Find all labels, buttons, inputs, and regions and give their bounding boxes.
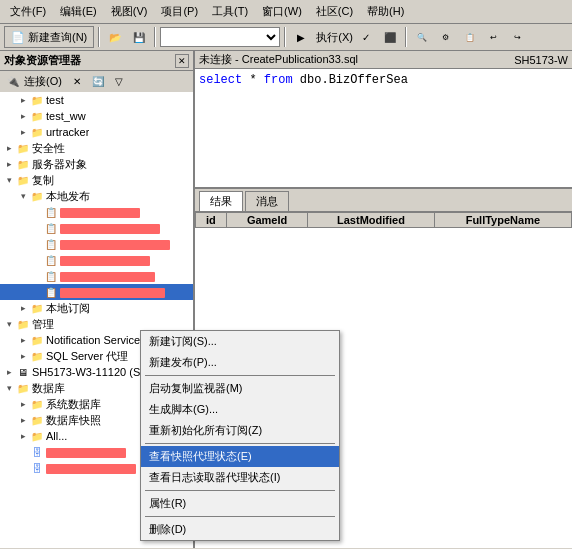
toolbar-btn-4[interactable]: ↩ — [483, 26, 505, 48]
tree-node-label — [60, 206, 140, 218]
tab-title-bar: 未连接 - CreatePublication33.sql SH5173-W — [195, 51, 572, 69]
menu-item[interactable]: 窗口(W) — [256, 2, 308, 21]
tree-expand-icon[interactable]: ▸ — [16, 301, 30, 315]
tree-item[interactable]: 📋 — [0, 284, 193, 300]
tree-item[interactable]: ▾📁本地发布 — [0, 188, 193, 204]
tree-item[interactable]: 📋 — [0, 252, 193, 268]
tree-item[interactable]: ▸📁安全性 — [0, 140, 193, 156]
context-menu-separator — [145, 490, 335, 491]
toolbar-separator-4 — [405, 27, 407, 47]
tree-expand-icon[interactable]: ▸ — [2, 141, 16, 155]
results-tab-results[interactable]: 结果 — [199, 191, 243, 211]
tree-expand-icon[interactable]: ▸ — [16, 429, 30, 443]
redacted-label — [60, 240, 170, 250]
tree-item[interactable]: 📋 — [0, 220, 193, 236]
refresh-button[interactable]: 🔄 — [88, 72, 108, 90]
execute-button[interactable]: ▶ — [290, 26, 312, 48]
tree-expand-icon[interactable]: ▸ — [2, 157, 16, 171]
tree-node-icon: 📁 — [30, 414, 44, 426]
tree-expand-icon[interactable]: ▾ — [2, 317, 16, 331]
menu-item[interactable]: 视图(V) — [105, 2, 154, 21]
tree-expand-icon[interactable]: ▸ — [16, 333, 30, 347]
context-menu-item-new_subscription[interactable]: 新建订阅(S)... — [141, 331, 339, 352]
tree-expand-icon[interactable]: ▸ — [16, 413, 30, 427]
sql-editor[interactable]: select * from dbo.BizOfferSea — [195, 69, 572, 189]
tree-node-label: 服务器对象 — [32, 157, 87, 172]
tree-indent — [2, 238, 30, 250]
tree-node-icon: 📁 — [30, 302, 44, 314]
tree-expand-icon[interactable]: ▾ — [16, 189, 30, 203]
tree-node-label: 数据库快照 — [46, 413, 101, 428]
redacted-label — [46, 448, 126, 458]
context-menu-item-properties[interactable]: 属性(R) — [141, 493, 339, 514]
new-query-button[interactable]: 📄 新建查询(N) — [4, 26, 94, 48]
tree-expand-icon[interactable] — [30, 269, 44, 283]
redacted-label — [60, 272, 155, 282]
open-button[interactable]: 📂 — [104, 26, 126, 48]
toolbar-btn-1[interactable]: 🔍 — [411, 26, 433, 48]
context-menu-item-delete[interactable]: 删除(D) — [141, 519, 339, 540]
tree-item[interactable]: ▸📁test — [0, 92, 193, 108]
parse-button[interactable]: ✓ — [355, 26, 377, 48]
tree-expand-icon[interactable]: ▸ — [2, 365, 16, 379]
tree-expand-icon[interactable] — [30, 237, 44, 251]
results-tab-messages[interactable]: 消息 — [245, 191, 289, 211]
tree-indent — [2, 350, 16, 362]
tree-item[interactable]: 📋 — [0, 236, 193, 252]
tree-item[interactable]: ▸📁test_ww — [0, 108, 193, 124]
tree-expand-icon[interactable]: ▸ — [16, 397, 30, 411]
panel-close-button[interactable]: ✕ — [175, 54, 189, 68]
tree-node-label: 本地订阅 — [46, 301, 90, 316]
tree-node-icon: 🗄 — [30, 446, 44, 458]
tree-indent — [2, 302, 16, 314]
context-menu-item-new_publication[interactable]: 新建发布(P)... — [141, 352, 339, 373]
tree-expand-icon[interactable]: ▸ — [16, 125, 30, 139]
database-selector[interactable] — [160, 27, 280, 47]
tree-expand-icon[interactable]: ▾ — [2, 381, 16, 395]
tree-item[interactable]: ▸📁本地订阅 — [0, 300, 193, 316]
tree-expand-icon[interactable] — [16, 461, 30, 475]
tree-expand-icon[interactable] — [30, 285, 44, 299]
tree-node-icon: 📁 — [16, 158, 30, 170]
context-menu-item-replication_monitor[interactable]: 启动复制监视器(M) — [141, 378, 339, 399]
tree-indent — [2, 190, 16, 202]
tree-item[interactable]: 📋 — [0, 204, 193, 220]
redacted-label — [60, 208, 140, 218]
tree-expand-icon[interactable]: ▾ — [2, 173, 16, 187]
tree-item[interactable]: ▸📁服务器对象 — [0, 156, 193, 172]
tree-expand-icon[interactable] — [30, 221, 44, 235]
cancel-button[interactable]: ⬛ — [379, 26, 401, 48]
menu-item[interactable]: 工具(T) — [206, 2, 254, 21]
menu-item[interactable]: 文件(F) — [4, 2, 52, 21]
context-menu-item-generate_scripts[interactable]: 生成脚本(G)... — [141, 399, 339, 420]
menu-item[interactable]: 帮助(H) — [361, 2, 410, 21]
tree-expand-icon[interactable] — [16, 445, 30, 459]
tree-expand-icon[interactable] — [30, 205, 44, 219]
tree-item[interactable]: ▸📁urtracker — [0, 124, 193, 140]
tree-item[interactable]: 📋 — [0, 268, 193, 284]
context-menu-item-view_logreader_agent[interactable]: 查看日志读取器代理状态(I) — [141, 467, 339, 488]
toolbar-btn-5[interactable]: ↪ — [507, 26, 529, 48]
tree-expand-icon[interactable]: ▸ — [16, 349, 30, 363]
tree-node-label — [60, 238, 170, 250]
tree-expand-icon[interactable]: ▸ — [16, 93, 30, 107]
tree-node-icon: 📁 — [30, 350, 44, 362]
disconnect-button[interactable]: ✕ — [67, 72, 87, 90]
context-menu-item-view_snapshot_agent[interactable]: 查看快照代理状态(E) — [141, 446, 339, 467]
menu-item[interactable]: 项目(P) — [155, 2, 204, 21]
toolbar-btn-2[interactable]: ⚙ — [435, 26, 457, 48]
menu-item[interactable]: 编辑(E) — [54, 2, 103, 21]
tree-node-label — [46, 462, 136, 474]
tree-expand-icon[interactable] — [30, 253, 44, 267]
tree-indent — [2, 414, 16, 426]
tree-expand-icon[interactable]: ▸ — [16, 109, 30, 123]
connect-button[interactable]: 🔌 — [3, 72, 23, 90]
toolbar-btn-3[interactable]: 📋 — [459, 26, 481, 48]
context-menu-item-label: 重新初始化所有订阅(Z) — [149, 423, 262, 438]
context-menu-item-label: 删除(D) — [149, 522, 186, 537]
menu-item[interactable]: 社区(C) — [310, 2, 359, 21]
tree-item[interactable]: ▾📁复制 — [0, 172, 193, 188]
save-button[interactable]: 💾 — [128, 26, 150, 48]
context-menu-item-reinit_subscriptions[interactable]: 重新初始化所有订阅(Z) — [141, 420, 339, 441]
filter-button[interactable]: ▽ — [109, 72, 129, 90]
